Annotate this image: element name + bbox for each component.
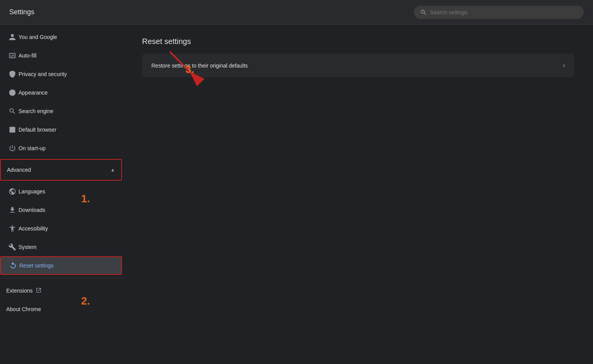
advanced-section-header[interactable]: Advanced ▲ [0, 159, 122, 181]
external-link-icon [36, 287, 42, 295]
shield-icon [6, 70, 19, 78]
sidebar-bottom: Extensions About Chrome [0, 278, 124, 318]
sidebar-item-label: Privacy and security [19, 71, 67, 77]
sidebar-item-label: You and Google [19, 34, 57, 40]
page-title: Reset settings [142, 37, 574, 46]
system-icon [6, 243, 19, 251]
search-bar[interactable] [414, 6, 584, 19]
advanced-label: Advanced [7, 167, 31, 173]
sidebar-item-label: Appearance [19, 90, 48, 96]
sidebar-item-default-browser[interactable]: Default browser [0, 120, 119, 139]
sidebar-item-label: Extensions [6, 288, 32, 294]
sidebar: You and Google Auto-fill Privacy and sec… [0, 25, 124, 364]
sidebar-item-label: Downloads [19, 207, 45, 213]
chevron-right-icon: › [563, 61, 565, 69]
sidebar-item-on-startup[interactable]: On start-up [0, 139, 119, 157]
sidebar-item-downloads[interactable]: Downloads [0, 201, 119, 219]
sidebar-item-label: System [19, 244, 37, 250]
restore-defaults-row[interactable]: Restore settings to their original defau… [142, 54, 574, 77]
sidebar-item-you-google[interactable]: You and Google [0, 28, 119, 46]
browser-icon [6, 126, 19, 134]
appearance-icon [6, 89, 19, 97]
sidebar-item-accessibility[interactable]: Accessibility [0, 219, 119, 238]
reset-icon [7, 262, 19, 269]
sidebar-item-languages[interactable]: Languages [0, 182, 119, 201]
sidebar-item-reset-settings[interactable]: Reset settings [0, 256, 122, 275]
search-input[interactable] [430, 9, 578, 15]
restore-defaults-label: Restore settings to their original defau… [151, 63, 248, 69]
sidebar-item-system[interactable]: System [0, 238, 119, 256]
chevron-up-icon: ▲ [110, 167, 115, 173]
sidebar-item-label: Accessibility [19, 225, 48, 232]
app-title: Settings [9, 8, 34, 16]
sidebar-item-about-chrome[interactable]: About Chrome [0, 300, 124, 318]
main-layout: You and Google Auto-fill Privacy and sec… [0, 25, 593, 364]
accessibility-icon [6, 225, 19, 232]
sidebar-item-label: Default browser [19, 127, 56, 133]
autofill-icon [6, 52, 19, 59]
topbar: Settings [0, 0, 593, 25]
svg-point-0 [9, 90, 16, 96]
globe-icon [6, 188, 19, 195]
svg-rect-1 [10, 127, 15, 133]
sidebar-item-label: Auto-fill [19, 52, 37, 59]
person-icon [6, 33, 19, 41]
sidebar-item-label: Reset settings [19, 262, 54, 269]
download-icon [6, 206, 19, 214]
sidebar-item-label: About Chrome [6, 306, 41, 312]
sidebar-item-extensions[interactable]: Extensions [0, 281, 124, 300]
sidebar-item-label: Search engine [19, 108, 53, 114]
sidebar-item-label: Languages [19, 188, 45, 195]
content-area: Reset settings Restore settings to their… [124, 25, 593, 364]
sidebar-item-search-engine[interactable]: Search engine [0, 102, 119, 120]
sidebar-item-autofill[interactable]: Auto-fill [0, 46, 119, 65]
sidebar-item-appearance[interactable]: Appearance [0, 83, 119, 102]
settings-card: Restore settings to their original defau… [142, 54, 574, 77]
search-engine-icon [6, 107, 19, 115]
sidebar-item-privacy-security[interactable]: Privacy and security [0, 65, 119, 83]
search-icon [420, 9, 427, 16]
sidebar-item-label: On start-up [19, 145, 46, 151]
startup-icon [6, 144, 19, 152]
